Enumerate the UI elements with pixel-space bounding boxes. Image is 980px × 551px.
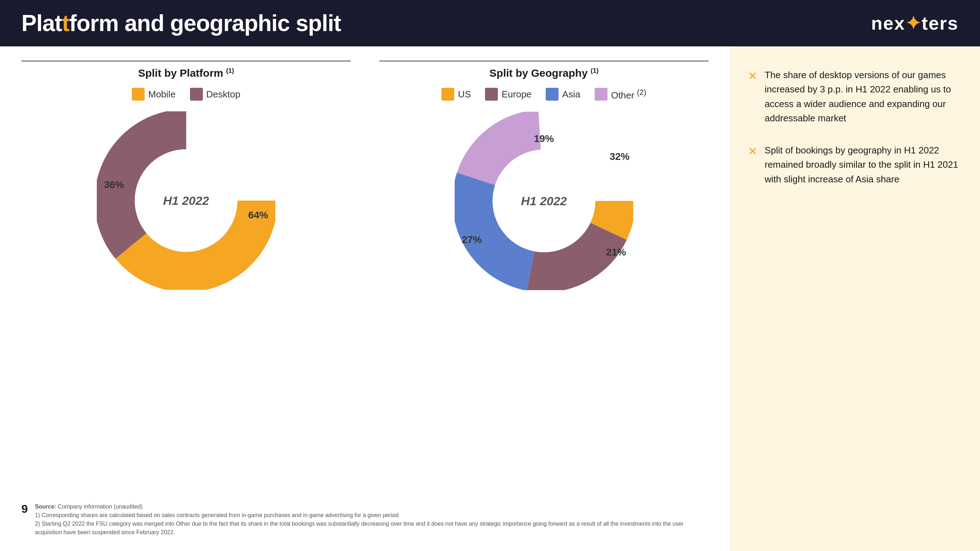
platform-title-bar: Split by Platform (1) [21,61,351,79]
geography-donut-wrapper: H1 2022 32% 21% 27% 19% [455,112,633,290]
geography-legend: US Europe Asia Other (2) [441,88,646,101]
bullet-item-1: ✕ The share of desktop versions of our g… [748,68,962,125]
legend-color-mobile [132,88,145,101]
geography-title-bar: Split by Geography (1) [379,61,709,79]
platform-chart-section: Split by Platform (1) Mobile Desktop [21,61,351,495]
legend-color-asia [546,88,558,101]
geo-pct-europe: 21% [606,246,626,258]
footnote-2: 2) Starting Q2 2022 the FSU category was… [35,519,709,537]
legend-label-other: Other (2) [611,88,646,101]
bullet-item-2: ✕ Split of bookings by geography in H1 2… [748,143,962,186]
legend-color-other [595,88,608,101]
page-number: 9 [21,502,28,516]
legend-desktop: Desktop [190,88,240,101]
bullet-icon-1: ✕ [748,69,757,83]
logo: nex✦ters [871,13,959,34]
legend-color-desktop [190,88,203,101]
bullet-text-2: Split of bookings by geography in H1 202… [765,143,962,186]
legend-mobile: Mobile [132,88,176,101]
geo-pct-us: 32% [609,151,630,162]
bullet-icon-2: ✕ [748,144,757,158]
legend-label-us: US [458,89,471,100]
page-title: Plattform and geographic split [21,10,341,37]
legend-color-europe [485,88,498,101]
legend-color-us [441,88,454,101]
legend-asia: Asia [546,88,581,101]
legend-label-europe: Europe [501,89,531,100]
geo-pct-asia: 27% [462,234,482,246]
geography-chart-section: Split by Geography (1) US Europe Asia [379,61,709,495]
header: Plattform and geographic split nex✦ters [0,0,980,46]
legend-label-mobile: Mobile [148,89,176,100]
platform-donut-wrapper: H1 2022 64% 36% [97,111,275,290]
platform-legend: Mobile Desktop [132,88,240,101]
geography-chart-title: Split by Geography (1) [489,67,598,79]
legend-europe: Europe [485,88,531,101]
main-content: Split by Platform (1) Mobile Desktop [0,46,980,551]
platform-chart-title: Split by Platform (1) [138,67,234,79]
platform-center-label: H1 2022 [163,194,209,208]
bullet-text-1: The share of desktop versions of our gam… [765,68,962,125]
geography-center-label: H1 2022 [521,194,567,208]
footnote-1: 1) Corresponding shares are calculated b… [35,511,709,519]
legend-label-desktop: Desktop [207,89,240,100]
geo-pct-other: 19% [534,133,554,144]
footnotes: 9 Source: Company information (unaudited… [21,495,709,537]
platform-pct-desktop: 36% [104,179,124,191]
legend-label-asia: Asia [562,89,581,100]
logo-text: nex✦ters [871,13,959,34]
legend-us: US [441,88,471,101]
left-panel: Split by Platform (1) Mobile Desktop [0,46,730,551]
right-panel: ✕ The share of desktop versions of our g… [730,46,980,551]
platform-pct-mobile: 64% [248,210,268,221]
footnote-source: Source: Company information (unaudited) [35,502,709,511]
legend-other: Other (2) [595,88,646,101]
charts-row: Split by Platform (1) Mobile Desktop [21,61,709,495]
